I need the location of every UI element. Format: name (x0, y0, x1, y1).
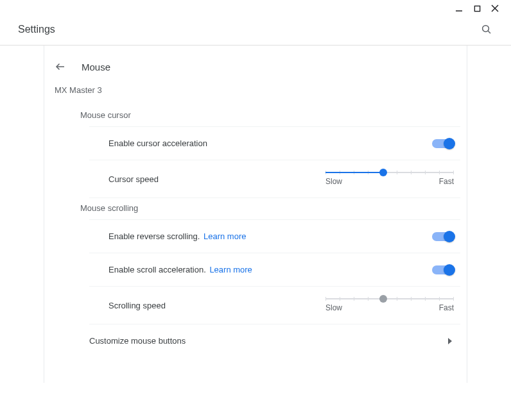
scrolling-rows: Enable reverse scrolling. Learn more Ena… (89, 219, 460, 324)
page-title: Mouse (82, 62, 110, 72)
learn-more-link[interactable]: Learn more (204, 231, 246, 241)
row-label: Scrolling speed (108, 301, 166, 310)
settings-panel: Mouse MX Master 3 Mouse cursor Enable cu… (44, 46, 467, 383)
window-controls (455, 4, 499, 13)
row-label: Cursor speed (108, 174, 159, 184)
cursor-rows: Enable cursor acceleration Cursor speed … (89, 126, 460, 198)
row-label: Enable reverse scrolling. Learn more (108, 231, 246, 241)
slider-max-label: Fast (439, 177, 454, 186)
slider-min-label: Slow (325, 177, 342, 186)
section-heading-scrolling: Mouse scrolling (44, 198, 467, 219)
slider-scrolling-speed[interactable]: Slow Fast (325, 298, 454, 312)
slider-min-label: Slow (325, 303, 342, 312)
svg-point-4 (483, 26, 489, 32)
back-arrow-icon[interactable] (55, 61, 66, 72)
customize-mouse-buttons[interactable]: Customize mouse buttons (44, 324, 467, 357)
row-scrolling-speed: Scrolling speed Slow Fast (89, 287, 460, 324)
customize-label: Customize mouse buttons (89, 336, 186, 346)
toggle-cursor-acceleration[interactable] (432, 139, 454, 148)
window-titlebar (0, 0, 511, 23)
row-enable-cursor-acceleration: Enable cursor acceleration (89, 127, 460, 160)
breadcrumb: Mouse (44, 61, 467, 85)
svg-marker-7 (448, 338, 452, 344)
app-header: Settings (0, 23, 511, 46)
device-name: MX Master 3 (44, 85, 467, 105)
toggle-scroll-acceleration[interactable] (432, 265, 454, 274)
slider-max-label: Fast (439, 303, 454, 312)
slider-cursor-speed[interactable]: Slow Fast (325, 172, 454, 186)
toggle-reverse-scrolling[interactable] (432, 232, 454, 241)
row-label: Enable cursor acceleration (108, 139, 207, 148)
maximize-icon[interactable] (472, 4, 481, 13)
chevron-right-icon (447, 338, 453, 344)
app-title: Settings (18, 24, 55, 35)
close-icon[interactable] (490, 4, 499, 13)
svg-rect-1 (474, 6, 480, 11)
minimize-icon[interactable] (455, 4, 463, 13)
row-enable-scroll-acceleration: Enable scroll acceleration. Learn more (89, 253, 460, 287)
section-heading-cursor: Mouse cursor (44, 105, 467, 126)
row-enable-reverse-scrolling: Enable reverse scrolling. Learn more (89, 220, 460, 253)
svg-line-5 (488, 31, 490, 33)
row-cursor-speed: Cursor speed Slow Fast (89, 160, 460, 198)
row-label: Enable scroll acceleration. Learn more (108, 265, 252, 274)
search-icon[interactable] (480, 23, 493, 36)
learn-more-link[interactable]: Learn more (209, 265, 252, 274)
